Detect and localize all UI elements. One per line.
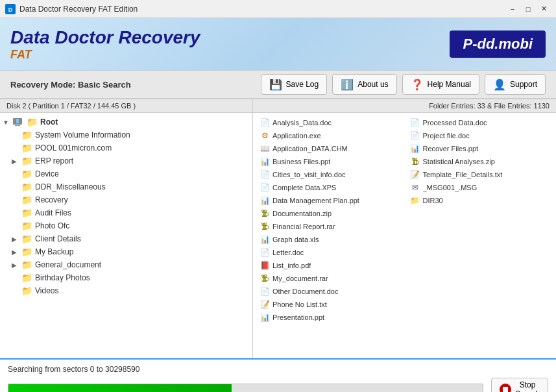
list-item[interactable]: 🗜Documentation.zip [257,208,402,219]
tree-item-birthday[interactable]: 📁 Birthday Photos [12,271,250,284]
list-item[interactable]: 📄Processed Data.doc [407,117,553,129]
tree-item-audit[interactable]: 📁 Audit Files [12,206,250,219]
list-item[interactable]: 🗜Statistical Analyses.zip [407,156,553,167]
tree-item-my-backup[interactable]: ▶ 📁 My Backup [12,245,250,258]
stop-search-button[interactable]: StopSearch [491,378,548,392]
file-name: Application_DATA.CHM [272,145,348,153]
list-item[interactable]: 📊Recover Files.ppt [407,143,553,154]
list-item[interactable]: 📄Letter.doc [257,247,402,258]
tree-item-erp[interactable]: ▶ 📁 ERP report [12,154,250,167]
tree-root-node[interactable]: ▼ 📁 Root [3,116,250,129]
list-item[interactable]: 📕List_info.pdf [257,260,402,271]
file-name: Application.exe [272,132,321,140]
folder-icon: 📁 [21,142,32,154]
save-log-button[interactable]: 💾 Save Log [261,74,328,95]
chm-icon: 📖 [260,143,270,154]
close-button[interactable]: ✕ [537,3,551,15]
list-item[interactable]: 📄Analysis_Data.doc [257,117,402,129]
spacer [12,171,21,178]
tree-item-pool[interactable]: 📁 POOL 001micron.com [12,141,250,154]
tree-item-client-details[interactable]: ▶ 📁 Client Details [12,232,250,245]
file-name: My_document.rar [272,275,328,282]
folder-icon: 📁 [21,233,32,245]
list-item[interactable]: ✉_MSG001_.MSG [407,182,553,193]
doc-icon: 📄 [260,286,270,297]
navbar: Recovery Mode: Basic Search 💾 Save Log ℹ… [0,70,556,99]
list-item[interactable]: 📖Application_DATA.CHM [257,143,402,154]
spacer [12,223,21,230]
tree-toggle[interactable]: ▶ [12,262,21,269]
help-manual-button[interactable]: ❓ Help Manual [402,74,479,95]
list-item[interactable]: 📁DIR30 [407,195,553,206]
list-item[interactable]: 📊Graph data.xls [257,234,402,245]
window-controls: − □ ✕ [505,3,551,15]
minimize-button[interactable]: − [505,3,520,15]
spacer [12,132,21,139]
tree-item-device[interactable]: 📁 Device [12,167,250,180]
tree-toggle[interactable]: ▶ [12,158,21,165]
list-item[interactable]: 🗜My_document.rar [257,273,402,284]
doc-icon: 📄 [410,130,420,141]
tree-toggle[interactable]: ▶ [12,249,21,256]
tree-node-label: My Backup [35,247,73,256]
support-button[interactable]: 👤 Support [485,74,546,95]
list-item[interactable]: 📄Project file.doc [407,130,553,141]
list-item[interactable]: 📝Template_File_Details.txt [407,169,553,180]
file-name: Processed Data.doc [423,119,487,127]
list-item[interactable]: 📊Business Files.ppt [257,156,402,167]
support-label: Support [510,80,537,89]
list-item[interactable]: 📄Cities_to_visit_info.doc [257,169,402,180]
tree-node-label: System Volume Information [35,130,130,140]
about-us-button[interactable]: ℹ️ About us [332,74,396,95]
folder-icon: 📁 [21,207,32,219]
progress-area: Searching from sectors 0 to 30298590 Sto… [0,358,556,392]
xps-icon: 📄 [260,182,270,193]
folder-icon: 📁 [21,259,32,271]
file-name: Project file.doc [423,132,470,140]
file-tree[interactable]: ▼ 📁 Root 📁 System Volume Information 📁 P… [0,113,252,358]
ppt-icon: 📊 [260,312,270,323]
list-item[interactable]: 🗜Financial Report.rar [257,221,402,232]
logo-section: Data Doctor Recovery FAT [10,27,450,62]
tree-node-label: Recovery [35,195,68,204]
file-name: DIR30 [423,197,443,204]
doc-icon: 📄 [410,117,420,128]
recovery-mode: Recovery Mode: Basic Search [10,80,256,90]
maximize-button[interactable]: □ [521,3,535,15]
tree-node-label: Audit Files [35,208,71,217]
tree-toggle[interactable]: ▶ [12,236,21,243]
doc-icon: 📄 [260,247,270,258]
tree-item-system-volume[interactable]: 📁 System Volume Information [12,129,250,141]
list-item[interactable]: 📊Data Management Plan.ppt [257,195,402,206]
tree-item-videos[interactable]: 📁 Videos [12,284,250,297]
tree-toggle[interactable]: ▼ [3,119,12,126]
titlebar: D Data Doctor Recovery FAT Edition − □ ✕ [0,0,556,18]
list-item[interactable]: 📄Complete Data.XPS [257,182,402,193]
file-name: Recover Files.ppt [423,145,479,153]
tree-item-ddr[interactable]: 📁 DDR_Miscellaneous [12,180,250,193]
tree-item-recovery[interactable]: 📁 Recovery [12,193,250,206]
help-manual-label: Help Manual [428,80,471,89]
folder-icon: 📁 [21,272,32,284]
list-item[interactable]: 📄Other Document.doc [257,286,402,297]
folder-icon: 📁 [21,285,32,297]
root-folder-icon: 📁 [26,116,38,128]
file-grid[interactable]: 📄Analysis_Data.doc⚙Application.exe📖Appli… [253,113,556,358]
list-item[interactable]: ⚙Application.exe [257,130,402,141]
list-item[interactable]: 📊Presentation.ppt [257,312,402,323]
file-name: Letter.doc [272,249,304,256]
tree-item-general-doc[interactable]: ▶ 📁 General_document [12,258,250,271]
spacer [12,275,21,282]
file-name: Template_File_Details.txt [423,171,503,178]
spacer [12,210,21,217]
txt-icon: 📝 [260,299,270,310]
help-icon: ❓ [411,78,424,91]
file-name: Financial Report.rar [272,223,335,230]
tree-item-photo-ofc[interactable]: 📁 Photo Ofc [12,219,250,232]
folder-icon: 📁 [21,181,32,193]
list-item[interactable]: 📝Phone No List.txt [257,299,402,310]
file-name: List_info.pdf [272,262,311,269]
dir-icon: 📁 [410,195,420,206]
progress-label: Searching from sectors 0 to 30298590 [8,365,548,374]
file-column-right: 📄Processed Data.doc📄Project file.doc📊Rec… [407,117,553,323]
